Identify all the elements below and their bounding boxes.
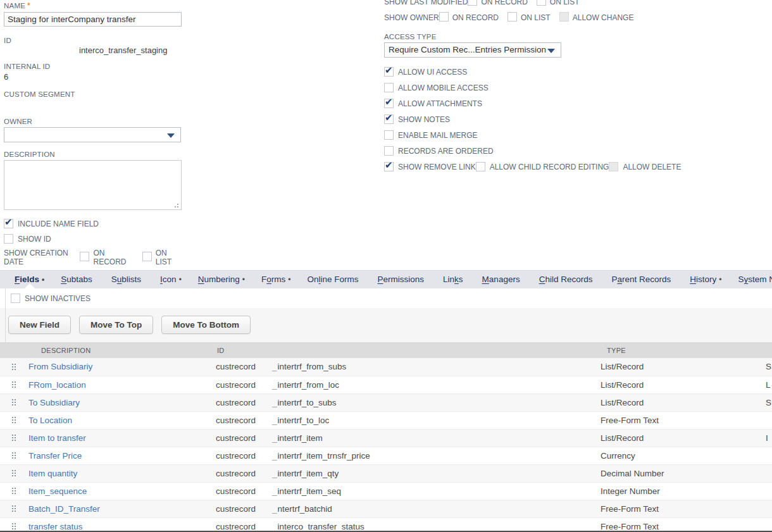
clipped-cell (766, 482, 772, 500)
sublist-button-band: New Field Move To Top Move To Bottom (0, 308, 772, 342)
show-remove-link-checkbox[interactable] (384, 162, 394, 171)
allow-change-label: ALLOW CHANGE (573, 13, 634, 22)
field-description-link[interactable]: transfer status (28, 522, 83, 531)
option-checkbox[interactable] (384, 130, 394, 140)
option-label: RECORDS ARE ORDERED (398, 147, 494, 156)
drag-handle-icon[interactable] (12, 523, 13, 524)
form-left-column: NAME* ID interco_transfer_staging INTERN… (4, 1, 182, 265)
tab[interactable]: Icon• (152, 271, 190, 288)
tab[interactable]: History• (682, 271, 730, 288)
show-owner-on-list-checkbox[interactable] (507, 12, 517, 22)
show-remove-link-label: SHOW REMOVE LINK (398, 163, 476, 171)
tab[interactable]: Fields• (6, 271, 53, 288)
allow-child-record-editing-checkbox[interactable] (476, 162, 485, 171)
drag-handle-icon[interactable] (12, 364, 13, 365)
field-id-prefix: custrecord (196, 500, 258, 517)
show-id-checkbox[interactable] (4, 234, 13, 244)
drag-handle-icon[interactable] (12, 435, 13, 436)
id-separator: _ (272, 380, 277, 390)
owner-label: OWNER (4, 118, 182, 125)
tab[interactable]: Child Records (531, 271, 604, 288)
field-description-link[interactable]: Item to transfer (28, 433, 86, 443)
sublist-button[interactable]: Move To Bottom (161, 316, 251, 334)
clipped-cell: L (766, 376, 772, 393)
field-id-prefix: custrecord (196, 429, 258, 447)
sublist-button[interactable]: Move To Top (79, 316, 153, 334)
field-type: List/Record (595, 376, 766, 393)
tab[interactable]: Managers (474, 271, 531, 288)
field-description-link[interactable]: Transfer Price (28, 451, 82, 461)
drag-handle-icon[interactable] (12, 417, 13, 418)
field-row: Item quantity custrecord _intertrf_item_… (0, 464, 772, 482)
owner-select[interactable] (4, 127, 181, 142)
sublist-button[interactable]: New Field (8, 316, 71, 334)
field-description-link[interactable]: Item quantity (28, 469, 77, 478)
option-checkbox[interactable] (384, 83, 394, 92)
tab[interactable]: Permissions (370, 271, 435, 288)
id-separator: _ (272, 433, 277, 443)
drag-handle-icon[interactable] (12, 488, 13, 489)
field-row: Item to transfer custrecord _intertrf_it… (0, 429, 772, 447)
clipped-cell (766, 447, 772, 464)
access-option-row: RECORDS ARE ORDERED (384, 143, 772, 159)
subtab-bar: Fields• Subtabs Sublists Icon• Numbering… (0, 270, 772, 288)
tab[interactable]: Forms• (253, 271, 299, 288)
clipped-cell (766, 517, 772, 532)
field-id-suffix: intertrf_item_trnsfr_price (278, 451, 370, 461)
drag-handle-icon[interactable] (12, 452, 13, 454)
name-input[interactable] (4, 12, 182, 27)
internal-id-label: INTERNAL ID (4, 63, 182, 70)
drag-handle-icon[interactable] (12, 505, 13, 507)
field-description-link[interactable]: From Subsidiariy (28, 362, 92, 371)
last-modified-on-record-checkbox[interactable] (468, 0, 477, 6)
option-checkbox[interactable] (384, 67, 394, 77)
table-header-row: DESCRIPTION ID TYPE (0, 342, 772, 358)
show-creation-date-label: SHOW CREATION DATE (4, 249, 80, 266)
field-row: To Location custrecord _intertrf_to_loc … (0, 411, 772, 429)
description-textarea[interactable] (4, 160, 182, 210)
drag-handle-icon[interactable] (12, 381, 13, 383)
include-name-field-checkbox[interactable] (4, 219, 13, 228)
tab[interactable]: Links (435, 271, 474, 288)
field-description-link[interactable]: FRom_location (28, 380, 86, 390)
field-description-link[interactable]: To Subsidiary (28, 398, 80, 407)
option-checkbox[interactable] (384, 114, 394, 124)
creation-date-on-record-label: ON RECORD (93, 249, 134, 266)
field-description-link[interactable]: Batch_ID_Transfer (28, 504, 100, 514)
internal-id-value: 6 (4, 72, 182, 82)
chevron-down-icon (167, 133, 175, 138)
creation-date-on-record-checkbox[interactable] (80, 252, 89, 261)
tab[interactable]: Subtabs (53, 271, 103, 288)
tab-bullet-icon: • (242, 275, 245, 284)
tab[interactable]: Parent Records (603, 271, 682, 288)
option-checkbox[interactable] (384, 146, 394, 156)
drag-handle-icon[interactable] (12, 399, 13, 400)
show-inactives-checkbox[interactable] (11, 294, 20, 303)
field-type: Free-Form Text (595, 517, 766, 532)
field-description-link[interactable]: To Location (28, 416, 72, 425)
drag-handle-icon[interactable] (12, 470, 13, 471)
id-separator: _ (272, 522, 277, 531)
tab[interactable]: Sublists (103, 271, 152, 288)
last-modified-on-list-checkbox[interactable] (537, 0, 546, 6)
tab[interactable]: Online Forms (299, 271, 370, 288)
clipped-column-header (766, 342, 772, 358)
last-modified-on-record-label: ON RECORD (481, 0, 527, 6)
field-row: transfer status custrecord _interco_tran… (0, 517, 772, 532)
custom-segment-label: CUSTOM SEGMENT (4, 90, 182, 98)
tab[interactable]: Numbering• (190, 271, 253, 288)
field-id-suffix: interco_transfer_status (278, 522, 364, 531)
show-owner-on-record-label: ON RECORD (452, 13, 499, 22)
resize-grip-icon[interactable] (177, 206, 178, 207)
clipped-cell (766, 464, 772, 482)
field-id-prefix: custrecord (196, 482, 258, 500)
tab[interactable]: System Notes• (730, 271, 772, 288)
field-description-link[interactable]: Item_sequence (28, 486, 87, 496)
field-type: Free-Form Text (595, 411, 766, 429)
show-owner-on-record-checkbox[interactable] (439, 12, 449, 22)
access-type-select[interactable]: Require Custom Rec...Entries Permission (384, 42, 561, 58)
creation-date-on-list-checkbox[interactable] (142, 252, 152, 261)
option-checkbox[interactable] (384, 99, 394, 108)
description-label: DESCRIPTION (4, 151, 182, 158)
access-option-row: ENABLE MAIL MERGE (384, 127, 772, 143)
